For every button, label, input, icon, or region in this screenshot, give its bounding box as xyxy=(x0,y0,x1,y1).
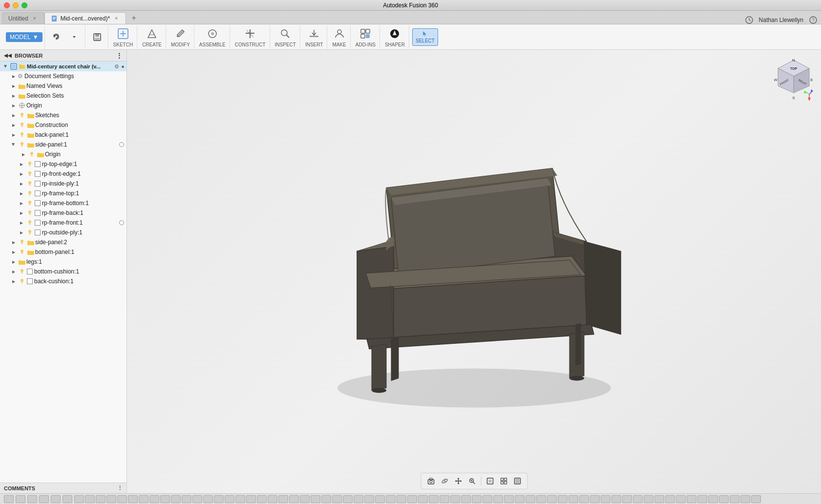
tree-construction[interactable]: ▶ Construction xyxy=(0,120,126,130)
sketches-arrow[interactable]: ▶ xyxy=(10,111,18,119)
root-settings-icon[interactable]: ⚙ xyxy=(114,63,119,70)
timeline-item-26[interactable] xyxy=(343,495,353,503)
viewport[interactable]: TOP RIGHT FRONT S N W E xyxy=(127,50,821,493)
sketch-button[interactable]: SKETCH xyxy=(111,26,135,48)
back-panel-arrow[interactable]: ▶ xyxy=(10,131,18,139)
addins-button[interactable]: ADD-INS xyxy=(354,26,378,48)
side-panel-1-arrow[interactable]: ▶ xyxy=(10,141,18,148)
timeline-item-11[interactable] xyxy=(182,495,191,503)
timeline-item-52[interactable] xyxy=(622,495,632,503)
create-button[interactable]: CREATE xyxy=(140,26,164,48)
zoom-button[interactable] xyxy=(466,475,478,487)
tab-untitled-close[interactable]: × xyxy=(31,15,38,22)
construction-arrow[interactable]: ▶ xyxy=(10,121,18,129)
stats-button[interactable] xyxy=(511,475,523,487)
assemble-button[interactable]: ASSEMBLE xyxy=(197,26,228,48)
close-button[interactable] xyxy=(4,2,10,8)
timeline-item-8[interactable] xyxy=(149,495,159,503)
browser-collapse-icon[interactable]: ◀◀ xyxy=(4,53,12,58)
timeline-item-10[interactable] xyxy=(171,495,181,503)
tree-selection-sets[interactable]: ▶ Selection Sets xyxy=(0,91,126,101)
rp-top-edge-arrow[interactable]: ▶ xyxy=(18,160,25,168)
timeline-item-33[interactable] xyxy=(418,495,428,503)
tab-midcent[interactable]: Mid-cent...overed)* × xyxy=(44,12,126,24)
timeline-item-41[interactable] xyxy=(504,495,514,503)
rp-frame-bottom-arrow[interactable]: ▶ xyxy=(18,199,25,207)
tree-named-views[interactable]: ▶ Named Views xyxy=(0,81,126,91)
inspect-button[interactable]: INSPECT xyxy=(273,26,298,48)
tree-side-panel-1[interactable]: ▶ side-panel:1 xyxy=(0,140,126,149)
timeline-item-55[interactable] xyxy=(654,495,664,503)
minimize-button[interactable] xyxy=(13,2,19,8)
playback-next-button[interactable] xyxy=(51,495,61,503)
timeline-item-12[interactable] xyxy=(192,495,202,503)
timeline-item-27[interactable] xyxy=(354,495,363,503)
timeline-item-54[interactable] xyxy=(644,495,653,503)
timeline-item-25[interactable] xyxy=(332,495,342,503)
timeline-item-64[interactable] xyxy=(751,495,761,503)
timeline-item-46[interactable] xyxy=(558,495,568,503)
timeline-item-59[interactable] xyxy=(697,495,707,503)
timeline-item-44[interactable] xyxy=(536,495,546,503)
timeline-item-48[interactable] xyxy=(579,495,589,503)
timeline-item-15[interactable] xyxy=(225,495,234,503)
timeline-item-38[interactable] xyxy=(472,495,482,503)
rp-frame-back-arrow[interactable]: ▶ xyxy=(18,209,25,217)
tree-rp-front-edge[interactable]: ▶ rp-front-edge:1 xyxy=(0,169,126,179)
tree-rp-inside-ply[interactable]: ▶ rp-inside-ply:1 xyxy=(0,179,126,189)
timeline-item-22[interactable] xyxy=(300,495,310,503)
timeline-item-23[interactable] xyxy=(311,495,320,503)
legs-arrow[interactable]: ▶ xyxy=(10,258,18,266)
timeline-item-47[interactable] xyxy=(568,495,578,503)
timeline-item-63[interactable] xyxy=(740,495,750,503)
timeline-item-61[interactable] xyxy=(719,495,729,503)
tab-midcent-close[interactable]: × xyxy=(113,15,120,22)
comments-expand-icon[interactable]: ⋮ xyxy=(117,485,123,491)
timeline-item-36[interactable] xyxy=(450,495,460,503)
tree-doc-settings[interactable]: ▶ ⚙ Document Settings xyxy=(0,71,126,81)
playback-start-button[interactable] xyxy=(4,495,14,503)
rp-front-edge-arrow[interactable]: ▶ xyxy=(18,170,25,178)
tree-rp-frame-bottom[interactable]: ▶ rp-frame-bottom:1 xyxy=(0,198,126,208)
tree-bottom-cushion[interactable]: ▶ bottom-cushion:1 xyxy=(0,267,126,276)
tree-root[interactable]: ▶ Mid-century accent chair (v... ⚙ ● xyxy=(0,62,126,71)
timeline-item-51[interactable] xyxy=(611,495,621,503)
timeline-item-39[interactable] xyxy=(483,495,492,503)
origin-arrow[interactable]: ▶ xyxy=(10,102,18,109)
insert-button[interactable]: INSERT xyxy=(303,26,325,48)
timeline-item-3[interactable] xyxy=(96,495,105,503)
undo-dropdown[interactable] xyxy=(65,28,83,46)
selection-sets-arrow[interactable]: ▶ xyxy=(10,92,18,100)
root-arrow[interactable]: ▶ xyxy=(2,63,10,70)
back-cushion-arrow[interactable]: ▶ xyxy=(10,277,18,285)
playback-prev-button[interactable] xyxy=(16,495,25,503)
shaper-button[interactable]: SHAPER xyxy=(383,26,407,48)
timeline-item-30[interactable] xyxy=(386,495,396,503)
tab-untitled[interactable]: Untitled × xyxy=(2,12,44,24)
make-button[interactable]: MAKE xyxy=(330,26,348,48)
tree-legs[interactable]: ▶ legs:1 xyxy=(0,257,126,267)
orbit-button[interactable] xyxy=(439,475,450,487)
timeline-item-57[interactable] xyxy=(676,495,686,503)
display-mode-button[interactable] xyxy=(484,475,496,487)
select-button[interactable]: SELECT xyxy=(412,28,438,46)
timeline-item-7[interactable] xyxy=(139,495,148,503)
timeline-item-43[interactable] xyxy=(526,495,535,503)
maximize-button[interactable] xyxy=(21,2,27,8)
save-button[interactable] xyxy=(88,28,106,46)
comments-panel[interactable]: COMMENTS ⋮ xyxy=(0,483,126,493)
timeline-item-13[interactable] xyxy=(203,495,213,503)
timeline-item-19[interactable] xyxy=(268,495,277,503)
timeline-item-49[interactable] xyxy=(590,495,600,503)
timeline-item-9[interactable] xyxy=(160,495,170,503)
viewcube[interactable]: TOP RIGHT FRONT S N W E xyxy=(774,58,813,97)
timeline-item-28[interactable] xyxy=(364,495,374,503)
playback-play-button[interactable] xyxy=(27,495,37,503)
tree-rp-outside-ply[interactable]: ▶ rp-outside-ply:1 xyxy=(0,228,126,237)
timeline-item-18[interactable] xyxy=(257,495,267,503)
timeline-item-42[interactable] xyxy=(515,495,525,503)
construct-button[interactable]: CONSTRUCT xyxy=(233,26,268,48)
timeline-item-58[interactable] xyxy=(687,495,696,503)
clock-icon[interactable] xyxy=(745,16,753,24)
tree-rp-top-edge[interactable]: ▶ rp-top-edge:1 xyxy=(0,159,126,169)
